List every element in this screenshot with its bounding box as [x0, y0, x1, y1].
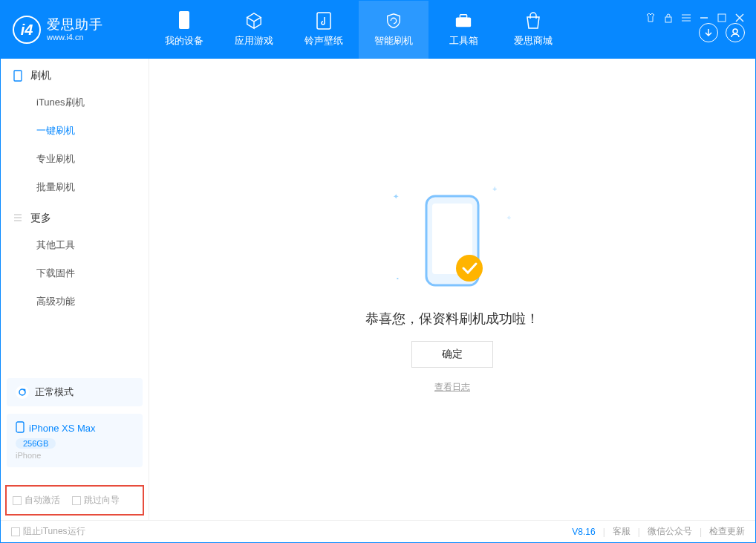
- lock-icon[interactable]: [663, 13, 674, 23]
- check-update-link[interactable]: 检查更新: [709, 525, 745, 538]
- menu-icon[interactable]: [681, 13, 691, 23]
- success-message: 恭喜您，保资料刷机成功啦！: [365, 310, 539, 328]
- tab-label: 爱思商城: [514, 34, 553, 48]
- svg-point-22: [456, 255, 483, 282]
- list-icon: [13, 212, 25, 224]
- briefcase-icon: [454, 12, 472, 30]
- device-name: iPhone XS Max: [29, 423, 96, 434]
- section-title: 更多: [30, 212, 51, 225]
- status-bar: 阻止iTunes运行 V8.16 | 客服 | 微信公众号 | 检查更新: [1, 520, 755, 542]
- svg-rect-1: [317, 13, 330, 29]
- sidebar-item-pro-flash[interactable]: 专业刷机: [1, 145, 149, 173]
- svg-rect-13: [14, 71, 22, 81]
- tab-label: 应用游戏: [235, 34, 273, 48]
- svg-rect-4: [665, 17, 671, 22]
- success-illustration: ✦ ✧ • +: [393, 185, 512, 296]
- close-button[interactable]: [734, 13, 745, 23]
- svg-point-18: [24, 389, 26, 391]
- brand-name: 爱思助手: [47, 18, 103, 33]
- sidebar-item-other-tools[interactable]: 其他工具: [1, 231, 149, 259]
- phone-icon: [175, 12, 193, 30]
- tab-apps-games[interactable]: 应用游戏: [219, 1, 289, 59]
- device-card[interactable]: iPhone XS Max 256GB iPhone: [7, 414, 143, 467]
- svg-point-12: [733, 29, 737, 33]
- checkbox-label: 阻止iTunes运行: [23, 525, 85, 538]
- version-label: V8.16: [572, 527, 595, 537]
- sidebar-item-advanced[interactable]: 高级功能: [1, 287, 149, 316]
- tab-toolbox[interactable]: 工具箱: [428, 1, 498, 59]
- shirt-icon[interactable]: [645, 13, 656, 23]
- main-content: ✦ ✧ • + 恭喜您，保资料刷机成功啦！ 确定 查看日志: [149, 59, 755, 520]
- svg-rect-9: [718, 14, 726, 22]
- cube-icon: [245, 12, 263, 30]
- logo-icon: i4: [13, 16, 41, 44]
- skip-guide-checkbox[interactable]: 跳过向导: [72, 494, 120, 507]
- tab-ringtones[interactable]: 铃声壁纸: [289, 1, 359, 59]
- device-capacity: 256GB: [16, 438, 56, 449]
- logo: i4 爱思助手 www.i4.cn: [1, 16, 149, 44]
- top-tabs: 我的设备 应用游戏 铃声壁纸 智能刷机 工具箱 爱思商城: [149, 1, 568, 59]
- device-type: iPhone: [16, 451, 134, 460]
- tab-flash[interactable]: 智能刷机: [359, 1, 428, 59]
- phone-small-icon: [16, 421, 25, 435]
- tab-label: 我的设备: [165, 34, 203, 48]
- tab-label: 智能刷机: [374, 34, 413, 48]
- sidebar-item-itunes-flash[interactable]: iTunes刷机: [1, 88, 149, 117]
- block-itunes-checkbox[interactable]: 阻止iTunes运行: [11, 525, 85, 538]
- refresh-shield-icon: [385, 12, 403, 30]
- bag-icon: [524, 12, 542, 30]
- svg-rect-3: [460, 15, 466, 19]
- mode-icon: [16, 386, 29, 399]
- device-icon: [13, 70, 25, 82]
- ok-button[interactable]: 确定: [411, 341, 493, 368]
- tab-label: 工具箱: [449, 34, 478, 48]
- sidebar: 刷机 iTunes刷机 一键刷机 专业刷机 批量刷机 更多 其他工具 下载固件 …: [1, 59, 149, 520]
- user-button[interactable]: [726, 23, 745, 42]
- highlighted-options: 自动激活 跳过向导: [5, 485, 144, 516]
- svg-rect-19: [16, 422, 24, 432]
- sidebar-item-download-firmware[interactable]: 下载固件: [1, 259, 149, 287]
- brand-url: www.i4.cn: [47, 33, 103, 42]
- minimize-button[interactable]: [699, 13, 709, 23]
- auto-activate-checkbox[interactable]: 自动激活: [13, 494, 60, 507]
- svg-rect-0: [179, 11, 189, 29]
- download-button[interactable]: [699, 23, 718, 42]
- music-file-icon: [315, 12, 333, 30]
- view-log-link[interactable]: 查看日志: [434, 381, 470, 394]
- checkbox-label: 自动激活: [25, 494, 60, 507]
- tab-my-device[interactable]: 我的设备: [149, 1, 219, 59]
- section-title: 刷机: [30, 69, 51, 82]
- sidebar-section-more: 更多: [1, 201, 149, 231]
- app-header: i4 爱思助手 www.i4.cn 我的设备 应用游戏 铃声壁纸 智能刷机 工具…: [1, 1, 755, 59]
- sidebar-item-batch-flash[interactable]: 批量刷机: [1, 173, 149, 201]
- checkbox-label: 跳过向导: [84, 494, 120, 507]
- window-controls: [645, 13, 745, 23]
- tab-label: 铃声壁纸: [304, 34, 343, 48]
- tab-store[interactable]: 爱思商城: [498, 1, 568, 59]
- wechat-link[interactable]: 微信公众号: [648, 525, 692, 538]
- support-link[interactable]: 客服: [613, 525, 630, 538]
- mode-card[interactable]: 正常模式: [7, 378, 143, 406]
- svg-rect-2: [456, 17, 471, 27]
- maximize-button[interactable]: [717, 13, 727, 23]
- sidebar-item-oneclick-flash[interactable]: 一键刷机: [1, 117, 149, 145]
- sidebar-section-flash: 刷机: [1, 59, 149, 88]
- mode-label: 正常模式: [35, 386, 74, 399]
